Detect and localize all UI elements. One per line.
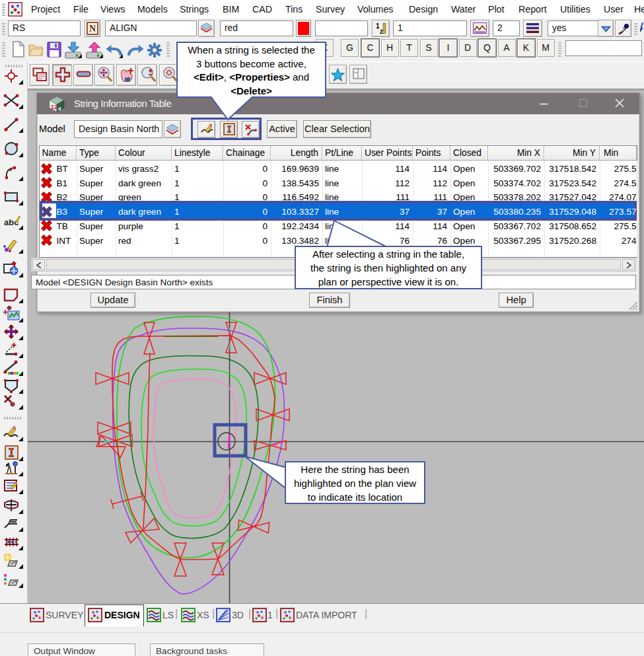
svg-text:12: 12 <box>51 104 57 110</box>
svg-text:z: z <box>380 28 383 35</box>
svg-text:N: N <box>89 24 96 34</box>
svg-text:d: d <box>58 106 61 111</box>
